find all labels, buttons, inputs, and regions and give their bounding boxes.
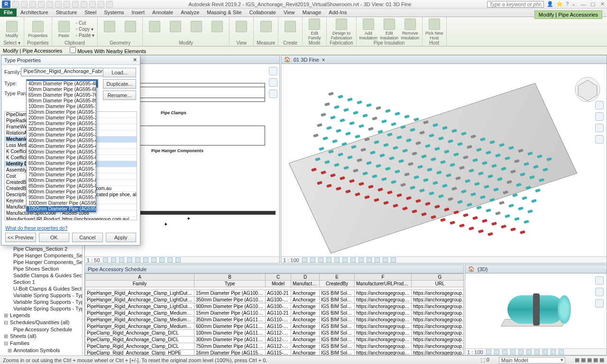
- view-schedule[interactable]: Pipe Accessory Schedule ABCDEFGFamilyTyp…: [84, 264, 464, 355]
- home-icon[interactable]: 🏠: [468, 266, 475, 272]
- param-row[interactable]: ManufacturerURLProductSpecifichttps://an…: [5, 217, 137, 220]
- project-browser[interactable]: Pipe Clamps_Section 2Pipe Hanger Compone…: [0, 246, 83, 355]
- ribbon-button[interactable]: [281, 21, 299, 38]
- moves-with-nearby-checkbox[interactable]: Moves With Nearby Elements: [67, 47, 146, 54]
- nav-tools[interactable]: [595, 276, 604, 308]
- dropdown-option[interactable]: 650mm Diameter Pipe (AG595-660): [27, 161, 96, 166]
- browser-node[interactable]: Variable Spring Supports - Type C: [0, 292, 82, 299]
- browser-node[interactable]: Pipe Hanger Components_Section: [0, 252, 82, 259]
- table-row[interactable]: PipeClamp_Rigid_Anchorage_Clamp_DICL100m…: [85, 330, 464, 337]
- dropdown-option[interactable]: 500mm Diameter Pipe (AG595-508): [27, 149, 96, 155]
- ribbon-tab-insert[interactable]: Insert: [128, 9, 149, 17]
- ribbon-tab-architecture[interactable]: Architecture: [17, 9, 52, 17]
- dropdown-option[interactable]: 750mm Diameter Pipe (AG595-762): [27, 172, 96, 178]
- quick-access-toolbar[interactable]: [12, 1, 113, 8]
- dropdown-option[interactable]: 600mm Diameter Pipe (AG595-610): [27, 155, 96, 161]
- ribbon-button[interactable]: [146, 21, 164, 38]
- browser-node[interactable]: Pipe Accessory Schedule: [0, 326, 82, 333]
- help-icons[interactable]: 👤⭐?⌄: [547, 1, 576, 7]
- close-view-icon[interactable]: ×: [322, 57, 325, 63]
- dropdown-option[interactable]: 150mm Diameter Pipe (AG595-168): [27, 109, 96, 115]
- table-row[interactable]: PipeClamp_Rigid_Anchorage_Clamp_DICL750m…: [85, 343, 464, 350]
- ribbon-button[interactable]: [121, 21, 139, 38]
- ribbon-button[interactable]: [257, 21, 275, 38]
- ribbon-tab-collaborate[interactable]: Collaborate: [246, 9, 280, 17]
- ribbon-tab-massing-site[interactable]: Massing & Site: [203, 9, 245, 17]
- dropdown-option[interactable]: 800mm Diameter Pipe (AG595-813): [27, 178, 96, 183]
- dropdown-option[interactable]: 1050mm Diameter Pipe (AG595-1066): [27, 206, 96, 212]
- ribbon-button[interactable]: Design to Fabrication: [332, 18, 350, 40]
- ribbon-button[interactable]: Modify: [3, 21, 21, 38]
- table-row[interactable]: PipeHanger_Rigid_Anchorage_Clamp_LightDu…: [85, 297, 464, 303]
- search-input[interactable]: [487, 1, 544, 8]
- nav-tools[interactable]: [269, 67, 277, 98]
- dropdown-option[interactable]: 850mm Diameter Pipe (AG595-864): [27, 183, 96, 189]
- schedule-grid[interactable]: ABCDEFGFamilyTypeModelManufacturerCreate…: [85, 273, 463, 355]
- browser-node[interactable]: ⊟ Families: [0, 340, 82, 347]
- ribbon-button[interactable]: Paste: [55, 21, 73, 38]
- dropdown-option[interactable]: 200mm Diameter Pipe (AG595-219): [27, 115, 96, 121]
- table-row[interactable]: PipeHanger_Rigid_Anchorage_Clamp_MediumD…: [85, 323, 464, 330]
- view-3d-fine[interactable]: 🏠 01 3D Fine × 1 : 100: [281, 55, 607, 264]
- preview-button[interactable]: << Preview: [5, 233, 36, 242]
- dropdown-option[interactable]: 450mm Diameter Pipe (AG595-457): [27, 144, 96, 149]
- minimize-button[interactable]: —: [579, 1, 588, 7]
- home-icon[interactable]: 🏠: [284, 56, 291, 63]
- type-dropdown-list[interactable]: 40mm Diameter Pipe (AG595-48)50mm Diamet…: [26, 81, 96, 212]
- view-control-bar[interactable]: 1 : 100: [465, 348, 607, 355]
- ribbon-button[interactable]: Properties: [29, 21, 47, 38]
- ok-button[interactable]: OK: [39, 233, 70, 242]
- browser-node[interactable]: ⊞ Legends: [0, 312, 82, 319]
- table-row[interactable]: PipeHanger_Rigid_Anchorage_Clamp_MediumD…: [85, 310, 464, 317]
- view-control-bar[interactable]: 1 : 100: [281, 256, 607, 263]
- dropdown-option[interactable]: 65mm Diameter Pipe (AG595-76): [27, 92, 96, 98]
- dropdown-option[interactable]: 1000mm Diameter Pipe (AG595-1016): [27, 200, 96, 206]
- dropdown-option[interactable]: 225mm Diameter Pipe (AG595-273): [27, 121, 96, 127]
- dropdown-option[interactable]: 400mm Diameter Pipe (AG595-406): [27, 138, 96, 144]
- ribbon-button[interactable]: Pick New Host: [425, 18, 443, 40]
- close-button[interactable]: ✕: [598, 1, 607, 7]
- ribbon-button[interactable]: [232, 21, 250, 38]
- ribbon-tab-add-ins[interactable]: Add-Ins: [325, 9, 350, 17]
- dropdown-option[interactable]: 80mm Diameter Pipe (AG595-89): [27, 98, 96, 104]
- browser-node[interactable]: ⊞ Sheets (all): [0, 333, 82, 340]
- browser-node[interactable]: ⊟ Schedules/Quantities (all): [0, 319, 82, 326]
- ribbon-tab-steel[interactable]: Steel: [81, 9, 100, 17]
- ribbon-button[interactable]: Edit Family: [305, 18, 323, 40]
- workset-combo[interactable]: Main Model: [499, 357, 565, 364]
- ribbon-tab-view[interactable]: View: [280, 9, 299, 17]
- selection-count-icon[interactable]: ⬚ 0: [480, 357, 489, 363]
- ribbon-button[interactable]: [187, 21, 205, 38]
- ribbon-tab-annotate[interactable]: Annotate: [148, 9, 177, 17]
- contextual-ribbon-tab[interactable]: Modify | Pipe Accessories: [534, 10, 602, 19]
- browser-node[interactable]: Saddle Clamps & Guides Section: [0, 272, 82, 279]
- dropdown-option[interactable]: 50mm Diameter Pipe (AG595-60): [27, 87, 96, 92]
- browser-node[interactable]: Pipe Clamps_Section 2: [0, 246, 82, 252]
- table-row[interactable]: PipeHanger_Rigid_Anchorage_Clamp_LightDu…: [85, 303, 464, 310]
- view-control-bar[interactable]: 1 : 50: [85, 256, 279, 263]
- ribbon-tab-systems[interactable]: Systems: [100, 9, 128, 17]
- browser-node[interactable]: Pipe Hanger Components_Section: [0, 259, 82, 265]
- apply-button[interactable]: Apply: [106, 233, 137, 242]
- ribbon-button[interactable]: Add Insulation: [359, 18, 377, 40]
- ribbon-button[interactable]: Remove Insulation: [401, 18, 419, 40]
- ribbon-button[interactable]: Edit Insulation: [380, 18, 398, 40]
- browser-node[interactable]: ⊞ Annotation Symbols: [0, 347, 82, 354]
- view-tab-label[interactable]: 01 3D Fine: [294, 57, 319, 63]
- rename-button[interactable]: Rename...: [103, 91, 136, 100]
- view-3d-small[interactable]: 🏠{3D} 1 : 100: [465, 264, 607, 355]
- dropdown-option[interactable]: 950mm Diameter Pipe (AG595-966): [27, 195, 96, 200]
- status-icons[interactable]: ▦ ▦ ▦ ▦ ▦: [575, 357, 604, 363]
- help-link[interactable]: What do these properties do?: [5, 226, 67, 231]
- nav-tools[interactable]: [595, 101, 604, 144]
- browser-node[interactable]: U-Bolt Clamps & Guides Section: [0, 285, 82, 292]
- table-row[interactable]: PipeHanger_Rigid_Anchorage_Clamp_MediumD…: [85, 317, 464, 323]
- dropdown-option[interactable]: 350mm Diameter Pipe (AG595-356): [27, 132, 96, 138]
- dropdown-option[interactable]: 700mm Diameter Pipe (AG595-711): [27, 166, 96, 172]
- dropdown-option[interactable]: 100mm Diameter Pipe (AG595-114): [27, 104, 96, 109]
- ribbon-tab-structure[interactable]: Structure: [52, 9, 81, 17]
- viewcube[interactable]: [573, 75, 602, 104]
- browser-node[interactable]: Pipe Shoes Section: [0, 265, 82, 272]
- dropdown-option[interactable]: 40mm Diameter Pipe (AG595-48): [27, 81, 96, 87]
- browser-node[interactable]: Variable Spring Supports - Type G: [0, 305, 82, 312]
